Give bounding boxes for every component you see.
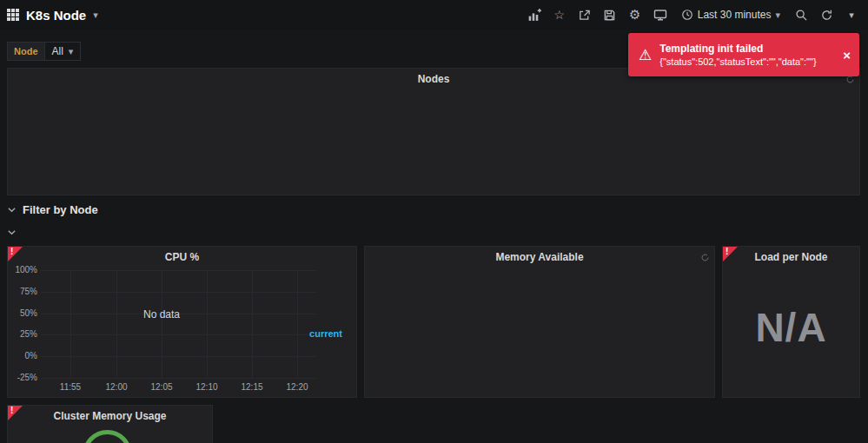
star-button[interactable]: ☆	[552, 7, 567, 23]
refresh-interval-dropdown[interactable]: ▾	[844, 7, 859, 23]
time-range-picker[interactable]: Last 30 minutes ▾	[678, 9, 784, 21]
panel-title[interactable]: CPU %	[8, 251, 356, 263]
variable-value-dropdown[interactable]: All ▾	[44, 42, 82, 61]
singlestat-value: N/A	[723, 304, 859, 351]
row-collapsed-toggle[interactable]	[7, 228, 17, 237]
toast-text: Templating init failed {"status":502,"st…	[659, 43, 836, 68]
no-data-label: No data	[118, 308, 205, 321]
x-axis-tick: 12:15	[235, 382, 269, 392]
panel-title[interactable]: Cluster Memory Usage	[8, 410, 212, 422]
panel-title[interactable]: Memory Available	[365, 251, 714, 263]
clock-icon	[681, 9, 693, 21]
chevron-down-icon	[7, 205, 17, 215]
save-icon	[603, 9, 616, 22]
add-panel-button[interactable]	[527, 7, 542, 23]
x-axis-tick: 12:20	[280, 382, 315, 392]
share-icon	[578, 9, 591, 22]
y-axis-tick: -25%	[8, 373, 37, 383]
grid-line	[41, 334, 316, 335]
y-axis-tick: 0%	[8, 351, 37, 361]
variable-value: All	[52, 45, 63, 57]
variable-label: Node	[7, 42, 44, 61]
chevron-down-icon	[7, 228, 17, 237]
x-axis-tick: 11:55	[53, 382, 88, 392]
chevron-down-icon[interactable]: ▾	[93, 10, 98, 21]
panel-memory-available: Memory Available	[364, 246, 715, 398]
loading-spinner-icon	[700, 250, 710, 266]
y-axis-tick: 75%	[8, 287, 37, 297]
grid-line	[116, 270, 117, 378]
legend-series-current[interactable]: current	[309, 328, 342, 339]
x-axis-tick: 12:00	[99, 382, 134, 392]
template-variable-control: Node All ▾	[7, 42, 81, 61]
panel-nodes: Nodes	[7, 68, 860, 195]
y-axis-tick: 100%	[8, 265, 37, 275]
bar-chart-plus-icon	[527, 8, 541, 23]
grid-line	[41, 292, 316, 293]
panel-cpu-percent: ! CPU % 100% 75% 50% 25% 0% -25% 11:55 1…	[7, 246, 357, 398]
search-icon	[795, 9, 808, 22]
panel-load-per-node: ! Load per Node N/A	[722, 246, 860, 398]
panel-cluster-memory-usage: ! Cluster Memory Usage	[7, 405, 213, 443]
close-icon[interactable]: ×	[843, 48, 851, 63]
save-button[interactable]	[602, 7, 618, 23]
time-range-label: Last 30 minutes	[698, 9, 772, 21]
chevron-down-icon: ▾	[69, 46, 74, 57]
dashboard-title[interactable]: K8s Node	[26, 8, 86, 23]
x-axis-tick: 12:05	[144, 382, 179, 392]
x-axis-tick: 12:10	[189, 382, 224, 392]
navbar-actions: ☆ ⚙ Last 30 minutes	[527, 7, 859, 23]
row-filter-by-node[interactable]: Filter by Node	[7, 203, 98, 216]
grid-line	[207, 270, 208, 378]
error-toast: ⚠ Templating init failed {"status":502,"…	[628, 33, 859, 76]
warning-icon: ⚠	[639, 46, 652, 64]
y-axis-tick: 50%	[8, 308, 37, 319]
chevron-down-icon: ▾	[775, 10, 780, 21]
grid-line	[297, 270, 298, 378]
grid-line	[162, 270, 162, 378]
y-axis-tick: 25%	[8, 329, 37, 340]
gauge-ring	[83, 430, 132, 443]
share-button[interactable]	[577, 7, 593, 23]
grid-line	[41, 356, 316, 357]
toast-title: Templating init failed	[659, 43, 836, 56]
refresh-icon	[820, 9, 833, 22]
zoom-out-button[interactable]	[793, 7, 809, 23]
navbar: K8s Node ▾ ☆	[0, 0, 868, 30]
panel-title[interactable]: Load per Node	[723, 251, 859, 263]
monitor-icon	[653, 8, 667, 22]
refresh-button[interactable]	[818, 7, 834, 23]
grid-line	[252, 270, 253, 378]
tv-mode-button[interactable]	[653, 7, 668, 23]
row-title: Filter by Node	[23, 203, 98, 216]
grid-line	[41, 378, 316, 379]
grafana-dashboard: K8s Node ▾ ☆	[0, 0, 868, 443]
settings-button[interactable]: ⚙	[627, 7, 643, 23]
grid-line	[70, 270, 71, 378]
grid-line	[41, 270, 316, 271]
toast-message: {"status":502,"statusText":"","data":""}	[659, 56, 836, 68]
main-menu-icon[interactable]	[7, 9, 19, 21]
navbar-left: K8s Node ▾	[7, 8, 98, 23]
